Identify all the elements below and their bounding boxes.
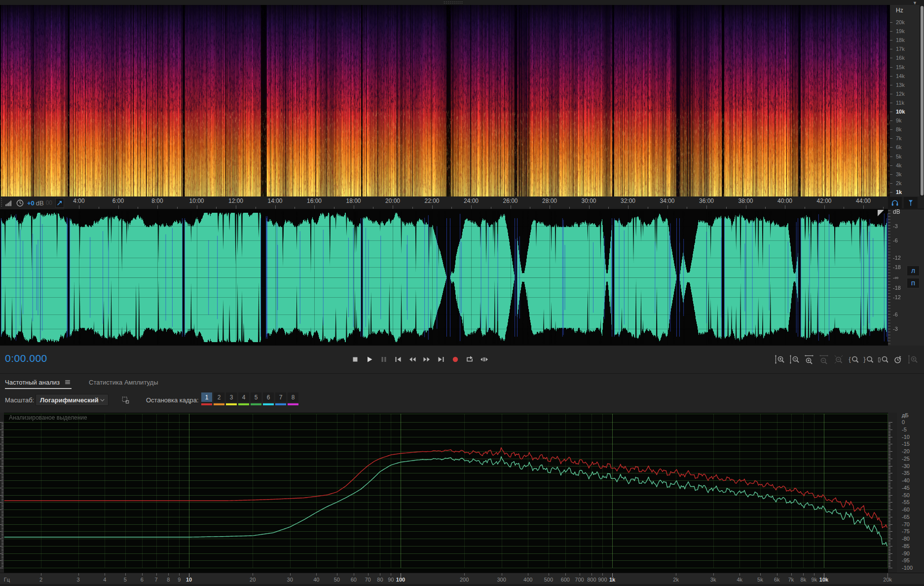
hz-tick bbox=[890, 94, 892, 94]
pause-button[interactable] bbox=[377, 352, 391, 367]
axis-tick bbox=[142, 573, 143, 576]
waveform-display[interactable] bbox=[0, 209, 888, 346]
hz-label: 12k bbox=[896, 91, 905, 97]
axis-tick bbox=[777, 573, 777, 576]
ruler-time-label: 42:00 bbox=[816, 197, 831, 204]
hz-label: 17k bbox=[896, 46, 905, 52]
skip-to-end-button[interactable] bbox=[434, 352, 448, 367]
marker-icon[interactable] bbox=[904, 197, 918, 208]
axis-tick bbox=[791, 573, 792, 576]
frequency-scale[interactable]: Hz 20k19k18k17k16k15k14k13k12k11k10k9k8k… bbox=[890, 5, 920, 196]
hz-label: 19k bbox=[896, 28, 905, 34]
hold-color-bar bbox=[226, 403, 237, 405]
frequency-analysis-plot[interactable] bbox=[0, 413, 897, 573]
zoom-to-selection-button[interactable]: {} bbox=[876, 352, 890, 367]
loop-playback-button[interactable] bbox=[463, 352, 477, 367]
timeline-ruler[interactable]: 4:006:008:0010:0012:0014:0016:0018:0020:… bbox=[0, 196, 888, 209]
hold-button-7[interactable]: 7 bbox=[275, 392, 286, 402]
zoom-in-left-edge-button[interactable]: { bbox=[846, 352, 860, 367]
plot-db-label: -60 bbox=[902, 507, 910, 512]
vertical-scrollbar[interactable] bbox=[921, 6, 924, 195]
play-button[interactable] bbox=[363, 352, 376, 367]
zoom-out-vertical-button[interactable] bbox=[787, 352, 801, 367]
tab-amplitude-statistics[interactable]: Статистика Амплитуды bbox=[89, 374, 158, 391]
ruler-tick bbox=[451, 207, 452, 209]
clock-icon[interactable] bbox=[15, 198, 25, 208]
axis-label: 9 bbox=[178, 577, 181, 583]
zoom-in-horizontal-button[interactable] bbox=[802, 352, 816, 367]
panel-corner-handle[interactable] bbox=[878, 210, 884, 216]
axis-label: 7 bbox=[154, 577, 157, 583]
hold-button-5[interactable]: 5 bbox=[251, 392, 261, 402]
timeline-ruler-row: 4:006:008:0010:0012:0014:0016:0018:0020:… bbox=[0, 196, 924, 209]
stop-button[interactable] bbox=[348, 352, 362, 367]
axis-tick bbox=[713, 573, 714, 576]
timed-record-button[interactable] bbox=[890, 352, 905, 367]
axis-label: 30 bbox=[287, 577, 293, 583]
ruler-tick bbox=[687, 207, 687, 209]
hz-unit-label: Hz bbox=[896, 7, 903, 14]
amplitude-scale-label: -6 bbox=[893, 312, 898, 317]
ruler-tick bbox=[99, 207, 99, 209]
zoom-in-right-edge-button[interactable]: } bbox=[861, 352, 875, 367]
panel-grip-icon[interactable] bbox=[444, 3, 464, 3]
panel-tabs-row: Частотный анализ Статистика Амплитуды bbox=[0, 373, 924, 391]
amplitude-scale[interactable]: dB Л П -3-6-12-18-∞-18-12-6-3 bbox=[888, 209, 924, 346]
skip-to-start-button[interactable] bbox=[391, 352, 405, 367]
plot-db-label: 0 bbox=[902, 419, 905, 425]
spectrogram-display[interactable] bbox=[0, 5, 890, 196]
axis-tick bbox=[565, 573, 566, 576]
zoom-reset-button[interactable] bbox=[831, 352, 846, 367]
axis-tick bbox=[602, 573, 603, 576]
plot-db-label: -55 bbox=[902, 499, 910, 505]
right-channel-button[interactable]: П bbox=[907, 278, 920, 288]
ruler-tick bbox=[805, 207, 805, 209]
axis-tick bbox=[316, 573, 317, 576]
axis-tick bbox=[549, 573, 549, 576]
hz-tick bbox=[890, 183, 892, 184]
chevron-down-icon bbox=[99, 396, 106, 404]
hold-button-3[interactable]: 3 bbox=[226, 392, 237, 402]
plot-db-scale: дБ 0-5-10-15-20-25-30-35-40-45-50-55-60-… bbox=[897, 413, 924, 573]
axis-label: 300 bbox=[497, 577, 506, 583]
hz-label: 8k bbox=[896, 126, 902, 132]
tab-frequency-analysis[interactable]: Частотный анализ bbox=[5, 374, 72, 391]
zoom-in-vertical-button[interactable] bbox=[772, 352, 786, 367]
axis-tick bbox=[760, 573, 761, 576]
hz-label: 11k bbox=[896, 100, 904, 106]
panel-menu-icon[interactable] bbox=[64, 378, 72, 386]
hold-button-group: 2 bbox=[214, 392, 224, 405]
ruler-tick bbox=[569, 207, 570, 209]
zoom-full-button[interactable] bbox=[905, 352, 920, 367]
gain-value[interactable]: +0 bbox=[27, 199, 35, 207]
hold-button-6[interactable]: 6 bbox=[263, 392, 274, 402]
level-meter-icon[interactable] bbox=[4, 199, 13, 207]
plot-db-label: -40 bbox=[902, 477, 910, 483]
hold-button-2[interactable]: 2 bbox=[214, 392, 224, 402]
hold-button-4[interactable]: 4 bbox=[238, 392, 249, 402]
hold-button-8[interactable]: 8 bbox=[288, 392, 298, 402]
pin-playhead-button[interactable] bbox=[55, 198, 64, 208]
hold-button-1[interactable]: 1 bbox=[201, 392, 212, 402]
copy-graph-button[interactable] bbox=[119, 394, 131, 405]
left-channel-button[interactable]: Л bbox=[907, 266, 920, 276]
scale-dropdown[interactable]: Логарифмический bbox=[36, 394, 109, 406]
ruler-tick bbox=[314, 205, 315, 209]
hold-color-bar bbox=[275, 403, 286, 405]
record-button[interactable] bbox=[448, 352, 462, 367]
skip-selection-button[interactable] bbox=[477, 352, 491, 367]
plot-db-label: -85 bbox=[902, 543, 910, 549]
rewind-button[interactable] bbox=[406, 352, 419, 367]
headphones-icon[interactable] bbox=[888, 197, 902, 208]
zoom-out-horizontal-button[interactable] bbox=[816, 352, 831, 367]
axis-tick bbox=[179, 573, 180, 576]
hz-label: 7k bbox=[896, 135, 902, 141]
ruler-tick bbox=[648, 207, 648, 209]
playhead-time-display[interactable]: 0:00.000 bbox=[5, 352, 47, 364]
ruler-tick bbox=[530, 207, 530, 209]
plot-db-label: -70 bbox=[902, 521, 910, 527]
panel-grip-icon[interactable] bbox=[1, 198, 2, 208]
axis-label: 80 bbox=[377, 577, 383, 583]
fast-forward-button[interactable] bbox=[420, 352, 434, 367]
panel-grip-icon[interactable] bbox=[444, 1, 464, 2]
